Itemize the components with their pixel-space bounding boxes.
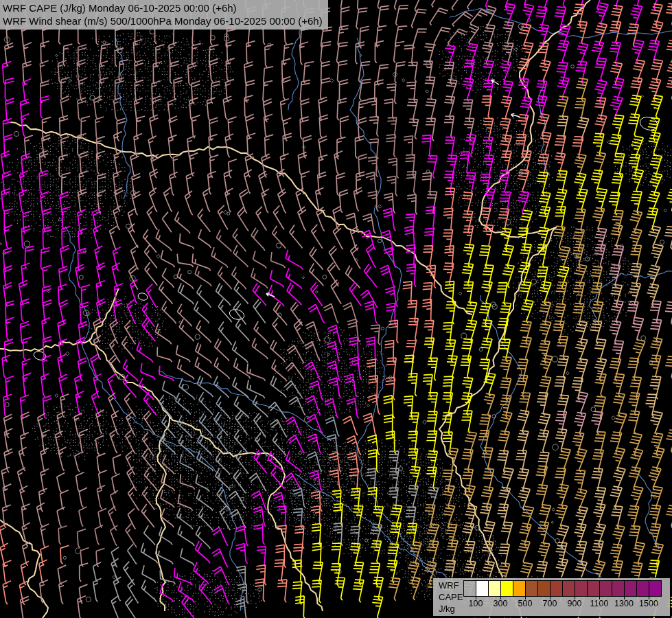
- cape-swatch: [588, 581, 600, 596]
- cape-swatch: [625, 581, 637, 596]
- cape-legend: WRF CAPE J/kg 10030050070090011001300150…: [432, 577, 671, 617]
- cape-swatch: [513, 581, 526, 596]
- legend-label-wrf: WRF: [439, 580, 459, 591]
- legend-label-unit: J/kg: [439, 604, 455, 614]
- cape-swatch: [649, 581, 661, 596]
- cape-swatch: [575, 581, 588, 596]
- legend-label-cape: CAPE: [439, 592, 463, 602]
- cape-colorbar: [463, 580, 662, 597]
- weather-map-canvas: [0, 0, 672, 618]
- cape-swatch: [538, 581, 551, 596]
- cape-tick-label: 1500: [639, 599, 658, 608]
- cape-tick-label: 100: [469, 599, 483, 608]
- cape-tick-label: 700: [543, 599, 557, 608]
- cape-swatch: [612, 581, 625, 596]
- cape-swatch: [501, 581, 513, 596]
- title-line-shear: WRF Wind shear (m/s) 500/1000hPa Monday …: [3, 14, 323, 27]
- cape-swatch: [600, 581, 612, 596]
- cape-tick-label: 1100: [590, 599, 609, 608]
- cape-tick-label: 900: [568, 599, 582, 608]
- cape-tick-label: 300: [494, 599, 508, 608]
- cape-swatch: [563, 581, 575, 596]
- map-title-overlay: WRF CAPE (J/kg) Monday 06-10-2025 00:00 …: [0, 0, 328, 30]
- cape-swatch: [476, 581, 489, 596]
- wrf-map-viewport: WRF CAPE (J/kg) Monday 06-10-2025 00:00 …: [0, 0, 672, 618]
- cape-tick-label: 500: [518, 599, 533, 608]
- title-line-cape: WRF CAPE (J/kg) Monday 06-10-2025 00:00 …: [3, 1, 323, 14]
- cape-tick-label: 1300: [614, 599, 634, 608]
- cape-swatch: [637, 581, 649, 596]
- cape-swatch: [551, 581, 563, 596]
- cape-swatch: [464, 581, 476, 596]
- cape-swatch: [526, 581, 538, 596]
- cape-swatch: [489, 581, 501, 596]
